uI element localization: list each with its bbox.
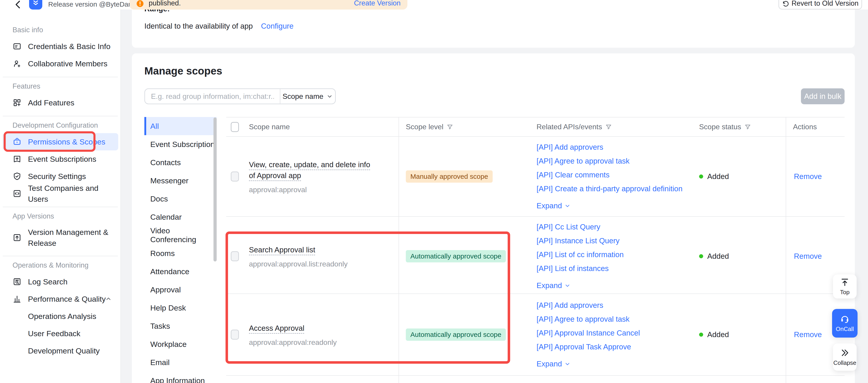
expand-label: Expand <box>536 281 562 290</box>
category-item-messenger[interactable]: Messenger <box>144 172 217 190</box>
sidebar-item-label: Test Companies and Users <box>28 183 118 204</box>
scope-name-text[interactable]: Search Approval list <box>249 244 348 255</box>
category-scrollbar[interactable] <box>214 117 217 262</box>
code-box-icon <box>12 189 22 198</box>
person-add-icon <box>12 59 22 68</box>
category-item-help-desk[interactable]: Help Desk <box>144 299 217 317</box>
category-item-attendance[interactable]: Attendance <box>144 263 217 281</box>
configure-link[interactable]: Configure <box>261 22 293 30</box>
status-added-dot <box>699 174 703 179</box>
api-link[interactable]: [API] List of cc information <box>536 250 624 259</box>
lock-bag-icon <box>12 137 22 146</box>
scope-status-cell: Added <box>693 294 786 375</box>
app-logo-icon[interactable] <box>29 0 42 9</box>
api-link[interactable]: [API] List of instances <box>536 264 609 273</box>
scope-name-text[interactable]: View, create, update, and delete info of… <box>249 159 376 181</box>
api-link[interactable]: [API] Approval Task Approve <box>536 343 631 351</box>
manage-scopes-card: Manage scopes Scope name Add in bulk All… <box>132 54 855 383</box>
revert-old-version-button[interactable]: Revert to Old Version <box>778 0 862 9</box>
chevron-up-icon <box>105 295 112 302</box>
api-link[interactable]: [API] Instance List Query <box>536 237 620 245</box>
api-link[interactable]: [API] Create a third-party approval defi… <box>536 184 682 193</box>
sidebar-item-performance-quality[interactable]: Performance & Quality <box>3 290 118 308</box>
sidebar-item-collaborative-members[interactable]: Collaborative Members <box>3 55 118 72</box>
column-header-label: Actions <box>793 123 817 131</box>
scroll-top-label: Top <box>840 289 849 296</box>
row-checkbox[interactable] <box>231 251 239 261</box>
chevron-down-icon <box>564 203 570 209</box>
remove-link[interactable]: Remove <box>794 252 822 260</box>
category-item-docs[interactable]: Docs <box>144 190 217 208</box>
back-icon[interactable] <box>13 0 23 9</box>
page-title: Manage scopes <box>144 65 845 76</box>
scope-level-badge: Manually approved scope <box>406 170 493 183</box>
column-header-actions: Actions <box>786 117 845 136</box>
remove-link[interactable]: Remove <box>794 330 822 339</box>
publish-warning-banner: The current configuration will take effe… <box>130 0 407 9</box>
sidebar-subitem-operations-analysis[interactable]: Operations Analysis <box>0 308 121 325</box>
api-link[interactable]: [API] Cc List Query <box>536 222 600 231</box>
column-header-label: Scope level <box>406 123 443 131</box>
category-item-approval[interactable]: Approval <box>144 281 217 299</box>
sidebar-item-version-management-release[interactable]: Version Management & Release <box>3 224 118 251</box>
category-item-app-information[interactable]: App Information <box>144 372 217 383</box>
api-link[interactable]: [API] Clear comments <box>536 171 610 179</box>
category-item-workplace[interactable]: Workplace <box>144 335 217 353</box>
sidebar-subitem-user-feedback[interactable]: User Feedback <box>0 325 121 342</box>
table-row: Search Approval listapproval:approval.li… <box>226 217 845 294</box>
sidebar-item-add-features[interactable]: Add Features <box>3 94 118 111</box>
category-item-tasks[interactable]: Tasks <box>144 317 217 335</box>
oncall-button[interactable]: OnCall <box>832 309 858 338</box>
scope-name-text[interactable]: Access Approval <box>249 323 337 334</box>
sidebar-item-credentials-basic-info[interactable]: Credentials & Basic Info <box>3 38 118 55</box>
collapse-button[interactable]: Collapse <box>833 344 857 371</box>
search-type-select[interactable]: Scope name <box>280 89 336 104</box>
sidebar-item-test-companies-and-users[interactable]: Test Companies and Users <box>3 185 118 202</box>
row-checkbox[interactable] <box>231 329 239 340</box>
category-item-video-conferencing[interactable]: Video Conferencing <box>144 226 217 244</box>
api-link[interactable]: [API] Approval Instance Cancel <box>536 329 640 337</box>
sidebar-item-event-subscriptions[interactable]: Event Subscriptions <box>3 150 118 168</box>
api-link[interactable]: [API] Add a Department <box>536 382 615 383</box>
sidebar-subitem-development-quality[interactable]: Development Quality <box>0 342 121 359</box>
expand-link[interactable]: Expand <box>536 202 570 210</box>
scope-level-badge: Automatically approved scope <box>406 328 506 341</box>
api-link[interactable]: [API] Add approvers <box>536 301 603 310</box>
category-item-calendar[interactable]: Calendar <box>144 208 217 226</box>
scroll-top-button[interactable]: Top <box>833 274 857 299</box>
revert-label: Revert to Old Version <box>792 0 859 7</box>
column-header-scope-level: Scope level <box>399 117 530 136</box>
column-header-label: Related APIs/events <box>536 123 602 131</box>
shield-check-icon <box>12 172 22 181</box>
row-checkbox[interactable] <box>231 172 239 181</box>
category-label: Docs <box>150 195 168 203</box>
api-link[interactable]: [API] Agree to approval task <box>536 315 629 323</box>
category-item-contacts[interactable]: Contacts <box>144 153 217 172</box>
expand-link[interactable]: Expand <box>536 359 570 368</box>
upload-box-icon <box>12 233 22 242</box>
select-all-checkbox[interactable] <box>231 122 239 132</box>
category-item-email[interactable]: Email <box>144 353 217 372</box>
create-version-link[interactable]: Create Version <box>354 0 401 7</box>
expand-link[interactable]: Expand <box>536 281 570 290</box>
category-label: Calendar <box>150 213 182 221</box>
api-link[interactable]: [API] Agree to approval task <box>536 157 629 165</box>
related-apis-cell: [API] Cc List Query[API] Instance List Q… <box>530 217 693 296</box>
actions-cell <box>786 376 845 383</box>
remove-link[interactable]: Remove <box>794 172 822 181</box>
add-in-bulk-button[interactable]: Add in bulk <box>801 89 845 104</box>
sidebar-item-log-search[interactable]: Log Search <box>3 273 118 290</box>
banner-text: The current configuration will take effe… <box>149 0 340 7</box>
sidebar-section-header: Operations & Monitoring <box>12 261 121 270</box>
column-header-scope-name: Scope name <box>226 117 399 136</box>
sidebar-item-security-settings[interactable]: Security Settings <box>3 168 118 185</box>
bookmark-plus-icon <box>12 154 22 164</box>
sidebar-item-permissions-scopes[interactable]: Permissions & Scopes <box>3 133 118 150</box>
scope-search-input[interactable] <box>144 89 280 104</box>
scope-level-badge: Automatically approved scope <box>406 250 506 263</box>
category-item-all[interactable]: All <box>144 117 217 135</box>
category-item-event-subscription[interactable]: Event Subscription <box>144 135 217 153</box>
chevron-up-icon[interactable] <box>105 295 112 302</box>
api-link[interactable]: [API] Add approvers <box>536 143 603 151</box>
category-item-rooms[interactable]: Rooms <box>144 244 217 263</box>
